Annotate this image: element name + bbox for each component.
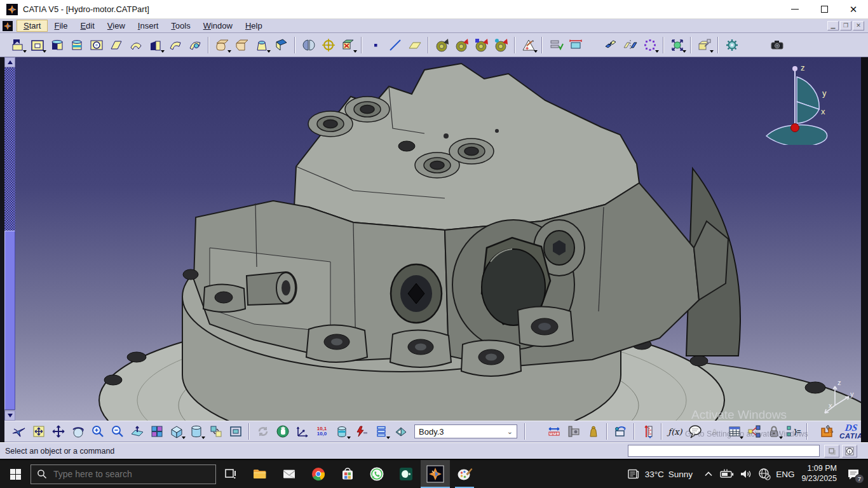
rib-icon[interactable] bbox=[106, 35, 126, 55]
rules-icon[interactable]: }= bbox=[783, 421, 803, 442]
task-view-button[interactable] bbox=[216, 460, 245, 488]
mdi-restore-button[interactable]: ❐ bbox=[840, 21, 851, 30]
menu-view[interactable]: View bbox=[101, 20, 132, 32]
ruler-icon[interactable] bbox=[638, 421, 658, 442]
zoom-in-icon[interactable] bbox=[88, 421, 107, 442]
loft-icon[interactable] bbox=[165, 35, 185, 55]
menu-insert[interactable]: Insert bbox=[132, 20, 165, 32]
language-indicator[interactable]: ENG bbox=[776, 470, 794, 479]
axis-target-icon[interactable] bbox=[318, 35, 338, 55]
teams-button[interactable] bbox=[391, 460, 421, 488]
mdi-close-button[interactable]: ✕ bbox=[853, 21, 864, 30]
menu-window[interactable]: Window bbox=[197, 20, 239, 32]
scroll-down-button[interactable] bbox=[4, 410, 15, 421]
menu-help[interactable]: Help bbox=[239, 20, 269, 32]
start-button[interactable] bbox=[0, 460, 31, 488]
taskbar-search[interactable] bbox=[31, 464, 216, 484]
menu-tools[interactable]: Tools bbox=[165, 20, 196, 32]
manipulation-icon[interactable] bbox=[273, 421, 292, 442]
command-input[interactable] bbox=[628, 445, 820, 457]
scrollbar-track[interactable] bbox=[4, 67, 15, 231]
rotate-icon[interactable] bbox=[68, 421, 88, 442]
iso-view-icon[interactable] bbox=[166, 421, 186, 442]
add-icon[interactable] bbox=[452, 35, 471, 55]
whatsapp-button[interactable] bbox=[362, 460, 391, 488]
catia-taskbar-button[interactable] bbox=[421, 460, 450, 488]
mean-dimensions-icon[interactable]: 10,1 10,0 bbox=[312, 421, 332, 442]
body-selector[interactable]: Body.3 ⌄ bbox=[414, 424, 517, 438]
minimize-button[interactable] bbox=[780, 0, 810, 18]
pad-icon[interactable] bbox=[8, 35, 27, 55]
knowledge-flash-icon[interactable] bbox=[351, 421, 371, 442]
normal-view-icon[interactable] bbox=[127, 421, 147, 442]
slot-icon[interactable] bbox=[126, 35, 146, 55]
mirror-icon[interactable] bbox=[299, 35, 318, 55]
close-surface-icon[interactable] bbox=[338, 35, 358, 55]
search-input[interactable] bbox=[52, 468, 198, 480]
remove-icon[interactable] bbox=[471, 35, 491, 55]
design-table-icon[interactable] bbox=[724, 421, 744, 442]
hole-icon[interactable] bbox=[86, 35, 106, 55]
mail-button[interactable] bbox=[275, 460, 304, 488]
chrome-button[interactable] bbox=[304, 460, 333, 488]
edge-fillet-icon[interactable] bbox=[212, 35, 232, 55]
news-icon[interactable] bbox=[627, 467, 641, 481]
assemble-icon[interactable] bbox=[432, 35, 452, 55]
fit-all-in-icon[interactable] bbox=[29, 421, 48, 442]
lock-icon[interactable] bbox=[764, 421, 783, 442]
hydro-motor-model[interactable] bbox=[0, 57, 868, 421]
3d-viewport[interactable]: z y x z y x Activate Windows bbox=[0, 57, 868, 421]
mdi-minimize-button[interactable]: ▁ bbox=[827, 21, 839, 30]
product-structure-icon[interactable] bbox=[744, 421, 764, 442]
pocket-icon[interactable] bbox=[27, 35, 47, 55]
viewport-scrollbar[interactable] bbox=[4, 57, 15, 421]
fly-mode-icon[interactable] bbox=[9, 421, 29, 442]
render-capture-icon[interactable] bbox=[767, 35, 787, 55]
component-icon[interactable] bbox=[817, 421, 837, 442]
groove-icon[interactable] bbox=[67, 35, 86, 55]
tray-chevron-up-icon[interactable] bbox=[702, 468, 715, 480]
shuttle-icon[interactable] bbox=[611, 421, 630, 442]
zoom-out-icon[interactable] bbox=[107, 421, 127, 442]
measure-item-icon[interactable] bbox=[564, 421, 583, 442]
maximize-button[interactable] bbox=[810, 0, 839, 18]
symmetry-icon[interactable] bbox=[620, 35, 640, 55]
close-button[interactable]: ✕ bbox=[839, 0, 868, 18]
menu-edit[interactable]: Edit bbox=[74, 20, 100, 32]
list-edit-icon[interactable] bbox=[371, 421, 391, 442]
shaft-icon[interactable] bbox=[47, 35, 67, 55]
store-button[interactable] bbox=[333, 460, 362, 488]
translation-icon[interactable] bbox=[600, 35, 620, 55]
settings-gear-icon[interactable] bbox=[722, 35, 742, 55]
intersect-icon[interactable] bbox=[491, 35, 511, 55]
weather-condition[interactable]: Sunny bbox=[668, 470, 693, 479]
draft-angle-icon[interactable] bbox=[252, 35, 271, 55]
menu-start[interactable]: Start bbox=[17, 20, 48, 32]
stiffener-icon[interactable] bbox=[146, 35, 165, 55]
chamfer-icon[interactable] bbox=[232, 35, 252, 55]
window-toggle-button[interactable] bbox=[824, 445, 839, 458]
line-icon[interactable] bbox=[385, 35, 405, 55]
quad-view-icon[interactable] bbox=[147, 421, 166, 442]
sketcher-icon[interactable] bbox=[519, 35, 538, 55]
compass[interactable]: z y x bbox=[755, 61, 831, 145]
mass-properties-icon[interactable] bbox=[583, 421, 603, 442]
scrollbar-thumb[interactable] bbox=[4, 231, 15, 410]
network-globe-icon[interactable] bbox=[757, 467, 771, 481]
catalog-browser-icon[interactable] bbox=[332, 421, 351, 442]
pan-icon[interactable] bbox=[48, 421, 68, 442]
comment-icon[interactable] bbox=[685, 421, 705, 442]
auto-constraint-icon[interactable] bbox=[546, 35, 566, 55]
volume-icon[interactable] bbox=[739, 468, 753, 480]
scaling-icon[interactable] bbox=[667, 35, 687, 55]
scroll-up-button[interactable] bbox=[4, 57, 15, 67]
render-style-icon[interactable] bbox=[186, 421, 206, 442]
catalog-book-icon[interactable] bbox=[391, 421, 410, 442]
constraint-box-icon[interactable] bbox=[566, 35, 585, 55]
formula-icon[interactable]: ƒ(x) bbox=[665, 421, 685, 442]
hide-show-icon[interactable] bbox=[206, 421, 226, 442]
battery-icon[interactable] bbox=[719, 468, 735, 480]
taskbar-clock[interactable]: 1:09 PM 9/23/2025 bbox=[799, 464, 839, 484]
info-button[interactable] bbox=[842, 445, 857, 458]
menu-file[interactable]: File bbox=[48, 20, 74, 32]
